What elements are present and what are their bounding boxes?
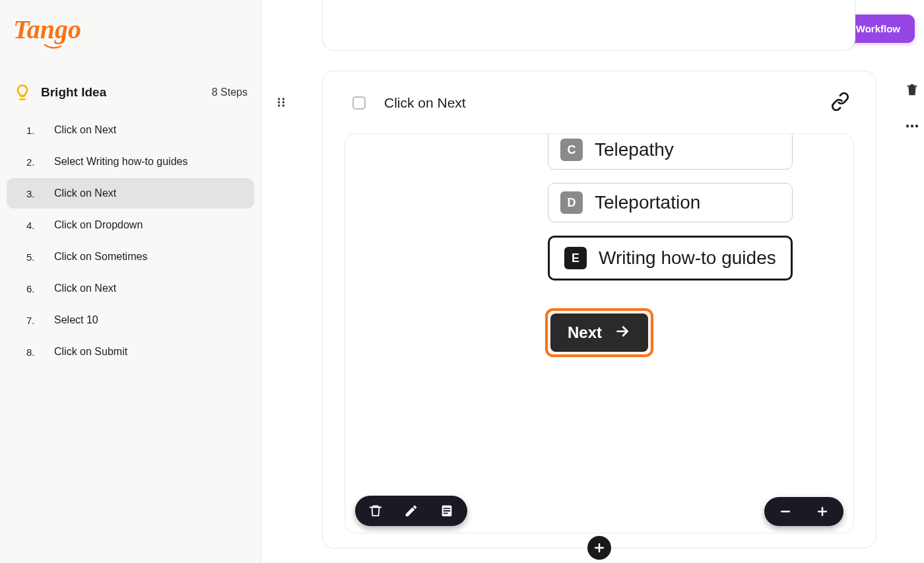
lightbulb-icon: [13, 83, 32, 102]
step-item-7[interactable]: 7. Select 10: [7, 305, 254, 335]
step-card-header: Click on Next: [323, 71, 876, 129]
workflow-header: Bright Idea 8 Steps: [0, 77, 261, 110]
svg-point-3: [278, 98, 280, 100]
option-d: D Teleportation: [548, 183, 793, 222]
step-item-5[interactable]: 5. Click on Sometimes: [7, 242, 254, 272]
step-number: 5.: [26, 251, 38, 263]
step-label: Click on Dropdown: [54, 219, 143, 231]
screenshot-toolbar-left: [355, 496, 467, 526]
svg-point-2: [915, 125, 918, 127]
more-horizontal-icon[interactable]: [904, 118, 920, 137]
step-number: 6.: [26, 283, 38, 294]
step-item-8[interactable]: 8. Click on Submit: [7, 337, 254, 367]
svg-point-1: [911, 125, 913, 127]
sidebar: Tango Bright Idea 8 Steps 1. Click on Ne…: [0, 0, 261, 563]
option-c: C Telepathy: [548, 133, 793, 170]
step-number: 2.: [26, 156, 38, 168]
step-label: Click on Sometimes: [54, 251, 147, 263]
step-label: Click on Submit: [54, 346, 127, 358]
note-icon[interactable]: [440, 504, 454, 518]
step-label: Click on Next: [54, 124, 116, 136]
option-e: E Writing how-to guides: [548, 236, 793, 281]
step-title[interactable]: Click on Next: [384, 95, 812, 111]
steps-list: 1. Click on Next 2. Select Writing how-t…: [0, 115, 261, 367]
screenshot-toolbar-zoom: [764, 497, 843, 526]
svg-point-4: [282, 98, 284, 100]
highlight-box: Next: [545, 308, 653, 357]
next-button: Next: [550, 314, 648, 352]
step-label: Select Writing how-to guides: [54, 156, 187, 168]
step-checkbox[interactable]: [352, 96, 366, 110]
svg-point-5: [278, 101, 280, 103]
plus-icon[interactable]: [816, 505, 829, 518]
step-card: Click on Next C Telepathy D Teleportatio…: [322, 71, 876, 548]
step-number: 1.: [26, 125, 38, 136]
step-number: 4.: [26, 220, 38, 231]
minus-icon[interactable]: [779, 505, 792, 518]
step-label: Click on Next: [54, 187, 116, 199]
option-text: Writing how-to guides: [599, 248, 776, 269]
brand-wordmark: Tango: [13, 15, 81, 44]
next-button-label: Next: [568, 323, 602, 342]
svg-point-8: [282, 104, 284, 106]
step-item-1[interactable]: 1. Click on Next: [7, 115, 254, 145]
trash-icon[interactable]: [368, 504, 383, 518]
step-screenshot: C Telepathy D Teleportation E Writing ho…: [345, 133, 854, 533]
option-letter: E: [564, 247, 587, 269]
brand-logo: Tango: [13, 13, 261, 57]
step-item-2[interactable]: 2. Select Writing how-to guides: [7, 147, 254, 177]
option-text: Telepathy: [595, 139, 674, 160]
right-rail: [904, 83, 920, 137]
step-number: 3.: [26, 188, 38, 199]
drag-handle-icon[interactable]: [275, 96, 290, 112]
link-icon[interactable]: [831, 92, 849, 114]
option-letter: C: [560, 139, 583, 161]
step-label: Select 10: [54, 314, 98, 326]
svg-point-0: [906, 125, 909, 127]
svg-point-7: [278, 104, 280, 106]
step-label: Click on Next: [54, 282, 116, 294]
step-number: 8.: [26, 347, 38, 358]
step-item-4[interactable]: 4. Click on Dropdown: [7, 210, 254, 240]
workflow-title: Bright Idea: [41, 85, 203, 100]
step-count: 8 Steps: [212, 86, 248, 98]
pencil-icon[interactable]: [404, 504, 418, 518]
svg-point-6: [282, 101, 284, 103]
step-item-3[interactable]: 3. Click on Next: [7, 178, 254, 209]
add-step-button[interactable]: [587, 536, 611, 560]
previous-step-card: [322, 0, 855, 51]
arrow-right-icon: [614, 323, 631, 343]
step-number: 7.: [26, 315, 38, 326]
step-item-6[interactable]: 6. Click on Next: [7, 273, 254, 304]
option-text: Teleportation: [595, 192, 700, 213]
options-column: C Telepathy D Teleportation E Writing ho…: [548, 134, 793, 281]
option-letter: D: [560, 191, 583, 214]
trash-icon[interactable]: [905, 83, 919, 100]
